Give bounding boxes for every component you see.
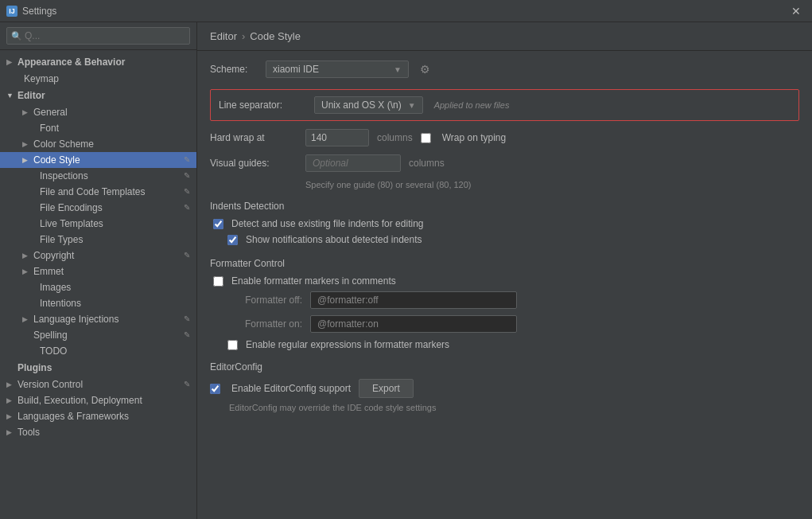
formatter-on-label: Formatter on: — [223, 318, 302, 330]
search-input[interactable] — [6, 27, 190, 45]
line-sep-dropdown[interactable]: Unix and OS X (\n) ▼ — [314, 96, 423, 114]
sidebar-item-label: Plugins — [17, 362, 190, 373]
export-button[interactable]: Export — [359, 379, 414, 398]
formatter-on-row: Formatter on: — [210, 315, 799, 333]
window-title: Settings — [22, 6, 56, 17]
edit-icon: ✎ — [177, 187, 190, 197]
sidebar-item-tools[interactable]: ▶ Tools — [0, 424, 196, 440]
sidebar-item-code-style[interactable]: ▶ Code Style ✎ — [0, 152, 196, 168]
breadcrumb-code-style: Code Style — [250, 30, 301, 42]
arrow-icon: ▶ — [6, 58, 17, 66]
sidebar-item-font[interactable]: Font — [0, 120, 196, 136]
enable-formatter-markers-checkbox[interactable] — [213, 276, 223, 287]
sidebar-item-label: Emmet — [33, 266, 190, 277]
close-button[interactable]: ✕ — [787, 3, 806, 19]
hard-wrap-unit: columns — [377, 132, 413, 143]
sidebar-item-lang-injections[interactable]: ▶ Language Injections ✎ — [0, 311, 196, 327]
sidebar-item-label: Tools — [17, 427, 190, 438]
sidebar-item-version-control[interactable]: ▶ Version Control ✎ — [0, 377, 196, 392]
visual-guides-unit: columns — [409, 158, 445, 169]
sidebar-item-label: File Types — [40, 234, 190, 245]
sidebar-item-spelling[interactable]: Spelling ✎ — [0, 327, 196, 343]
edit-icon: ✎ — [177, 171, 190, 181]
sidebar-item-inspections[interactable]: Inspections ✎ — [0, 168, 196, 184]
enable-formatter-markers-row: Enable formatter markers in comments — [210, 275, 799, 287]
edit-icon: ✎ — [177, 203, 190, 213]
sidebar-item-copyright[interactable]: ▶ Copyright ✎ — [0, 248, 196, 263]
edit-icon: ✎ — [177, 251, 190, 260]
hard-wrap-input[interactable] — [305, 129, 369, 146]
edit-icon: ✎ — [177, 155, 190, 165]
sidebar-item-plugins[interactable]: Plugins — [0, 359, 196, 377]
edit-icon: ✎ — [177, 380, 190, 389]
sidebar-item-label: Keymap — [24, 73, 190, 84]
enable-editor-config-checkbox[interactable] — [210, 384, 220, 394]
line-sep-label: Line separator: — [219, 100, 306, 111]
title-bar-left: IJ Settings — [6, 6, 56, 17]
sidebar-item-file-code-templates[interactable]: File and Code Templates ✎ — [0, 184, 196, 200]
sidebar-item-label: Color Scheme — [33, 139, 190, 150]
enable-regex-row: Enable regular expressions in formatter … — [210, 339, 799, 350]
arrow-icon: ▶ — [6, 380, 17, 388]
sidebar-item-label: Language Injections — [33, 314, 177, 325]
arrow-icon: ▶ — [22, 267, 33, 275]
sidebar-item-label: TODO — [40, 345, 190, 357]
scheme-gear-button[interactable]: ⚙ — [417, 61, 433, 77]
enable-regex-checkbox[interactable] — [227, 340, 238, 350]
sidebar-item-editor[interactable]: ▼ Editor — [0, 87, 196, 104]
sidebar-item-label: Inspections — [40, 170, 177, 181]
wrap-on-typing-checkbox[interactable] — [421, 133, 431, 143]
sidebar-item-label: Build, Execution, Deployment — [17, 395, 190, 406]
scheme-label: Scheme: — [210, 64, 258, 75]
sidebar-item-file-encodings[interactable]: File Encodings ✎ — [0, 200, 196, 216]
formatter-off-input[interactable] — [310, 291, 517, 309]
sidebar-item-label: Font — [40, 123, 190, 134]
hard-wrap-row: Hard wrap at columns Wrap on typing — [210, 129, 799, 146]
breadcrumb: Editor › Code Style — [197, 22, 812, 51]
visual-guides-input[interactable] — [305, 154, 401, 172]
sidebar-item-emmet[interactable]: ▶ Emmet — [0, 263, 196, 279]
sidebar-item-todo[interactable]: TODO — [0, 343, 196, 359]
enable-editor-config-label: Enable EditorConfig support — [231, 383, 351, 394]
arrow-icon: ▶ — [6, 396, 17, 404]
applied-note: Applied to new files — [434, 100, 510, 110]
arrow-icon: ▶ — [22, 252, 33, 260]
line-sep-value: Unix and OS X (\n) — [321, 100, 402, 111]
sidebar-item-build-exec[interactable]: ▶ Build, Execution, Deployment — [0, 392, 196, 408]
sidebar-item-file-types[interactable]: File Types — [0, 232, 196, 248]
formatter-off-label: Formatter off: — [223, 295, 302, 306]
visual-guides-row: Visual guides: columns — [210, 154, 799, 172]
edit-icon: ✎ — [177, 330, 190, 340]
sidebar-item-color-scheme[interactable]: ▶ Color Scheme — [0, 136, 196, 152]
indents-detection-title: Indents Detection — [210, 201, 799, 212]
sidebar-item-intentions[interactable]: Intentions — [0, 295, 196, 311]
sidebar-item-lang-frameworks[interactable]: ▶ Languages & Frameworks — [0, 408, 196, 424]
scheme-select-dropdown[interactable]: xiaomi IDE ▼ — [266, 60, 409, 78]
sidebar-item-images[interactable]: Images — [0, 279, 196, 295]
detect-indents-checkbox[interactable] — [213, 219, 223, 229]
arrow-icon: ▶ — [6, 428, 17, 436]
visual-guides-label: Visual guides: — [210, 158, 297, 169]
sidebar-item-general[interactable]: ▶ General — [0, 104, 196, 120]
detect-indents-label: Detect and use existing file indents for… — [231, 218, 423, 229]
sidebar-item-label: Copyright — [33, 250, 177, 261]
scheme-row: Scheme: xiaomi IDE ▼ ⚙ — [210, 60, 799, 78]
show-notifications-checkbox[interactable] — [227, 235, 238, 245]
arrow-icon: ▼ — [6, 92, 17, 100]
scheme-select-value: xiaomi IDE — [273, 64, 387, 75]
sidebar-item-keymap[interactable]: Keymap — [0, 71, 196, 87]
search-box: 🔍 — [0, 22, 196, 50]
sidebar-item-label: File Encodings — [40, 202, 177, 213]
title-bar: IJ Settings ✕ — [0, 0, 812, 22]
show-notifications-row: Show notifications about detected indent… — [210, 234, 799, 245]
breadcrumb-separator: › — [242, 30, 245, 42]
formatter-on-input[interactable] — [310, 315, 517, 333]
arrow-icon: ▶ — [22, 140, 33, 148]
breadcrumb-editor: Editor — [210, 30, 237, 42]
formatter-control-title: Formatter Control — [210, 258, 799, 269]
sidebar-item-live-templates[interactable]: Live Templates — [0, 216, 196, 232]
sidebar-item-appearance[interactable]: ▶ Appearance & Behavior — [0, 53, 196, 71]
hard-wrap-label: Hard wrap at — [210, 132, 297, 143]
app-icon: IJ — [6, 6, 17, 17]
dropdown-arrow-icon: ▼ — [394, 65, 402, 74]
